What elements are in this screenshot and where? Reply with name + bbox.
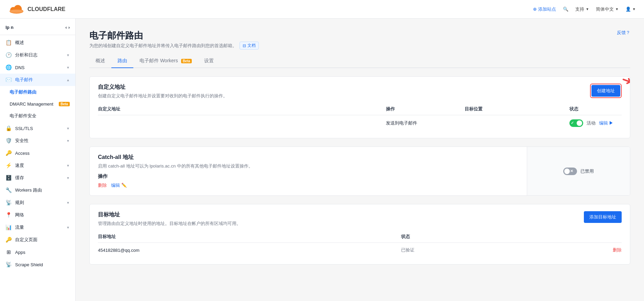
sidebar-item-analytics[interactable]: 🕐 分析和日志 ▼ (0, 49, 75, 61)
chevron-down-icon: ▼ (632, 7, 636, 11)
edit-button[interactable]: 编辑 ▶ (599, 120, 614, 126)
email-icon: ✉️ (5, 77, 12, 83)
custom-address-card: 自定义地址 创建自定义电子邮件地址并设置要对收到的电子邮件执行的操作。 创建地址… (89, 76, 630, 138)
status-toggle[interactable]: ✓ (569, 119, 583, 127)
add-destination-button[interactable]: 添加目标地址 (584, 211, 622, 223)
network-icon: 📍 (5, 212, 12, 218)
sidebar-item-email[interactable]: ✉️ 电子邮件 ▲ (0, 74, 75, 86)
tab-routes[interactable]: 路由 (111, 54, 133, 68)
tab-workers[interactable]: 电子邮件 Workers Beta (133, 54, 198, 68)
speed-icon: ⚡ (5, 162, 12, 169)
sidebar-item-custom-pages[interactable]: 🔑 自定义页面 (0, 234, 75, 246)
table-head: 自定义地址 操作 目标位置 状态 (98, 103, 622, 115)
topnav: CLOUDFLARE ⊕ 添加站点 🔍 支持 ▼ 简体中文 ▼ 👤 ▼ (0, 0, 644, 19)
traffic-icon: 📊 (5, 224, 12, 230)
sidebar-item-security[interactable]: 🛡️ 安全性 ▼ (0, 135, 75, 147)
verified-badge: 已验证 (401, 247, 414, 253)
sidebar-item-label: Workers 路由 (15, 187, 42, 193)
catchall-edit-button[interactable]: 编辑 ✏️ (111, 182, 127, 189)
catchall-action-links: 删除 编辑 ✏️ (98, 182, 519, 189)
tab-settings[interactable]: 设置 (198, 54, 220, 68)
sidebar-item-overview[interactable]: 📋 概述 (0, 36, 75, 49)
dest-table-head: 目标地址 状态 (98, 231, 622, 243)
actions-label: 操作 (98, 173, 108, 179)
tab-overview[interactable]: 概述 (89, 54, 111, 68)
sidebar-item-email-security[interactable]: 电子邮件安全 (0, 110, 75, 122)
col-action: 操作 (386, 103, 465, 115)
tabs: 概述 路由 电子邮件 Workers Beta 设置 (89, 54, 630, 68)
dest-delete-button[interactable]: 删除 (613, 247, 622, 253)
dest-header-row: 目标地址 状态 (98, 231, 622, 243)
custom-address-desc: 创建自定义电子邮件地址并设置要对收到的电子邮件执行的操作。 (98, 93, 227, 99)
arrow-right-icon: › (68, 25, 70, 30)
feedback-link[interactable]: 反馈？ (617, 30, 630, 36)
sidebar-item-label: 规则 (15, 200, 24, 206)
toggle-x-icon: ✕ (570, 169, 573, 173)
search-icon[interactable]: 🔍 (563, 7, 568, 12)
catchall-toggle[interactable]: ✕ (563, 168, 577, 175)
catchall-delete-button[interactable]: 删除 (98, 182, 107, 189)
chevron-down-icon: ▼ (66, 127, 70, 130)
edit-pencil-icon: ✏️ (121, 183, 127, 188)
page-subtitle: 为您的域创建自定义电子邮件地址并将传入电子邮件路由到您的首选邮箱。 ⊟ 文档 (89, 42, 259, 50)
chevron-down-icon: ▼ (66, 66, 70, 69)
sidebar-item-workers[interactable]: 🔧 Workers 路由 (0, 184, 75, 196)
doc-badge[interactable]: ⊟ 文档 (240, 42, 259, 50)
sidebar-item-label: Apps (15, 250, 25, 255)
sidebar-item-ssl-tls[interactable]: 🔒 SSL/TLS ▼ (0, 122, 75, 135)
dest-status-cell: 已验证 删除 (401, 243, 622, 258)
table-body: pol 发送到电子邮件 @ d (98, 115, 622, 131)
status-col: ✓ 活动 编辑 ▶ (569, 119, 622, 127)
dns-icon: 🌐 (5, 64, 12, 71)
sidebar-item-label: SSL/TLS (15, 126, 33, 131)
catchall-title: Catch-all 地址 (98, 154, 519, 161)
overview-icon: 📋 (5, 40, 12, 46)
catchall-card: Catch-all 地址 启用 catch-all 地址可以为 lpolaris… (89, 147, 630, 196)
sidebar-account[interactable]: lp n ‹ › (0, 21, 75, 33)
sidebar-item-apps[interactable]: ⊞ Apps (0, 246, 75, 258)
sidebar-item-email-routing[interactable]: 电子邮件路由 (0, 86, 75, 98)
chevron-up-icon: ▲ (66, 78, 70, 82)
sidebar-item-label: 电子邮件安全 (10, 113, 36, 119)
destination-body: 目标地址 状态 454182881@qq.com 已验证 删除 (90, 231, 630, 264)
sidebar-item-traffic[interactable]: 📊 流量 ▼ (0, 221, 75, 234)
sidebar-item-label: 电子邮件 (15, 77, 33, 83)
sidebar-item-access[interactable]: 🔑 Access (0, 147, 75, 159)
topnav-right: ⊕ 添加站点 🔍 支持 ▼ 简体中文 ▼ 👤 ▼ (533, 6, 636, 12)
custom-address-header: 自定义地址 创建自定义电子邮件地址并设置要对收到的电子邮件执行的操作。 创建地址… (90, 77, 630, 103)
dest-email-cell: 454182881@qq.com (98, 243, 401, 258)
sidebar-item-dns[interactable]: 🌐 DNS ▼ (0, 61, 75, 74)
destination-value: @ d (465, 121, 473, 126)
custom-address-table: 自定义地址 操作 目标位置 状态 pol 发送到电子邮件 (98, 103, 622, 131)
chevron-down-icon: ▼ (66, 176, 70, 180)
dest-table-body: 454182881@qq.com 已验证 删除 (98, 243, 622, 258)
add-site-btn[interactable]: ⊕ 添加站点 (533, 6, 556, 12)
user-menu-btn[interactable]: 👤 ▼ (625, 7, 636, 12)
support-btn[interactable]: 支持 ▼ (575, 6, 589, 12)
catchall-left: Catch-all 地址 启用 catch-all 地址可以为 lpolaris… (90, 147, 527, 195)
logo-text: CLOUDFLARE (27, 6, 65, 12)
dest-col-email: 目标地址 (98, 231, 401, 243)
col-address: 自定义地址 (98, 103, 386, 115)
custom-address-header-text: 自定义地址 创建自定义电子邮件地址并设置要对收到的电子邮件执行的操作。 (98, 84, 227, 99)
sidebar-item-cache[interactable]: 🗄️ 缓存 ▼ (0, 172, 75, 184)
workers-beta-badge: Beta (181, 59, 192, 63)
destination-table: 目标地址 状态 454182881@qq.com 已验证 删除 (98, 231, 622, 257)
sidebar-item-dmarc[interactable]: DMARC Management Beta (0, 98, 75, 110)
create-address-button[interactable]: 创建地址 (591, 85, 620, 97)
logo[interactable]: CLOUDFLARE (8, 4, 65, 15)
sidebar-divider (0, 35, 75, 35)
destination-card: 目标地址 管理路由自定义地址时使用的地址。目标地址在帐户的所有区域均可用。 添加… (89, 204, 630, 265)
sidebar-item-rules[interactable]: 📡 规则 ▼ (0, 196, 75, 209)
destination-header-text: 目标地址 管理路由自定义地址时使用的地址。目标地址在帐户的所有区域均可用。 (98, 211, 241, 227)
dest-status-row: 已验证 删除 (401, 247, 622, 253)
language-btn[interactable]: 简体中文 ▼ (596, 6, 619, 12)
main-content: 电子邮件路由 为您的域创建自定义电子邮件地址并将传入电子邮件路由到您的首选邮箱。… (76, 19, 644, 301)
sidebar-item-speed[interactable]: ⚡ 速度 ▼ (0, 159, 75, 172)
sidebar-item-label: 速度 (15, 162, 24, 169)
destination-desc: 管理路由自定义地址时使用的地址。目标地址在帐户的所有区域均可用。 (98, 221, 241, 227)
sidebar-item-scrape-shield[interactable]: 📡 Scrape Shield (0, 258, 75, 271)
sidebar-item-network[interactable]: 📍 网络 (0, 209, 75, 221)
chevron-down-icon: ▼ (586, 7, 589, 11)
sidebar-item-label: 缓存 (15, 175, 24, 181)
